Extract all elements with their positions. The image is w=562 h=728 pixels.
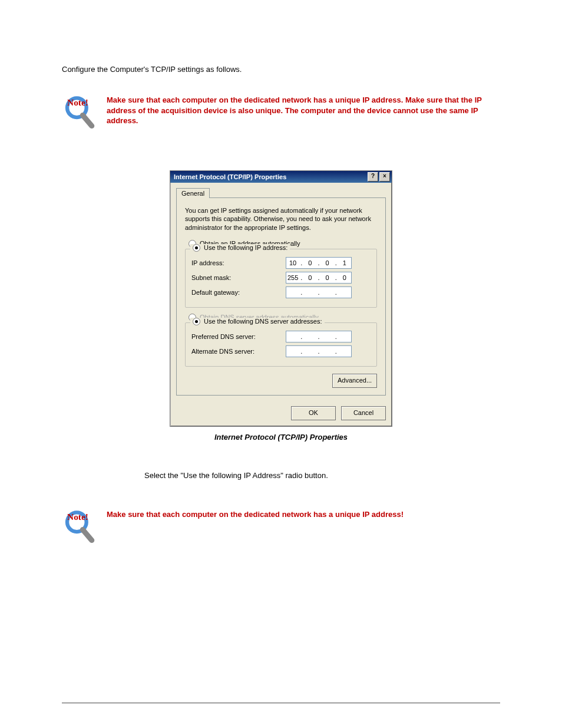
alt-dns-label: Alternate DNS server: xyxy=(191,348,286,355)
figure-caption: Internet Protocol (TCP/IP) Properties xyxy=(62,433,500,442)
note-1-text: Make sure that each computer on the dedi… xyxy=(107,95,500,126)
note-2-text: Make sure that each computer on the dedi… xyxy=(107,509,404,520)
note-icon: Note! xyxy=(62,95,96,129)
instruction-2: Select the "Use the following IP Address… xyxy=(144,471,500,480)
default-gateway-input[interactable]: . . . xyxy=(286,286,352,298)
ok-button[interactable]: OK xyxy=(291,406,336,420)
intro-text: Configure the Computer's TCP/IP settings… xyxy=(62,65,500,74)
note-block-1: Note! Make sure that each computer on th… xyxy=(62,95,500,129)
radio-use-ip-label: Use the following IP address: xyxy=(204,244,287,251)
tcpip-dialog: Internet Protocol (TCP/IP) Properties ? … xyxy=(170,170,392,427)
alt-dns-input[interactable]: . . . xyxy=(286,345,352,357)
tab-general[interactable]: General xyxy=(176,188,210,198)
radio-use-dns-label: Use the following DNS server addresses: xyxy=(204,318,322,325)
close-button[interactable]: × xyxy=(379,172,390,182)
help-button[interactable]: ? xyxy=(368,172,378,182)
subnet-mask-label: Subnet mask: xyxy=(191,274,286,281)
svg-line-4 xyxy=(82,529,91,540)
cancel-button[interactable]: Cancel xyxy=(341,406,386,420)
pref-dns-input[interactable]: . . . xyxy=(286,331,352,342)
dialog-description: You can get IP settings assigned automat… xyxy=(185,206,377,232)
ip-address-label: IP address: xyxy=(191,259,286,266)
default-gateway-label: Default gateway: xyxy=(191,289,286,296)
dialog-title: Internet Protocol (TCP/IP) Properties xyxy=(174,173,366,180)
note-block-2: Note! Make sure that each computer on th… xyxy=(62,509,500,543)
ip-address-input[interactable]: 10. 0. 0. 1 xyxy=(286,257,352,269)
titlebar: Internet Protocol (TCP/IP) Properties ? … xyxy=(170,171,392,183)
subnet-mask-input[interactable]: 255. 0. 0. 0 xyxy=(286,272,352,284)
svg-text:Note!: Note! xyxy=(67,512,88,522)
advanced-button[interactable]: Advanced... xyxy=(332,374,377,388)
svg-line-1 xyxy=(82,115,91,126)
radio-use-ip[interactable] xyxy=(193,244,200,252)
dns-fieldset: Use the following DNS server addresses: … xyxy=(185,322,377,367)
radio-use-dns[interactable] xyxy=(193,318,200,325)
pref-dns-label: Preferred DNS server: xyxy=(191,333,286,340)
footer-rule xyxy=(62,703,500,703)
ip-fieldset: Use the following IP address: IP address… xyxy=(185,249,377,308)
note-icon: Note! xyxy=(62,509,96,543)
svg-text:Note!: Note! xyxy=(67,97,88,107)
